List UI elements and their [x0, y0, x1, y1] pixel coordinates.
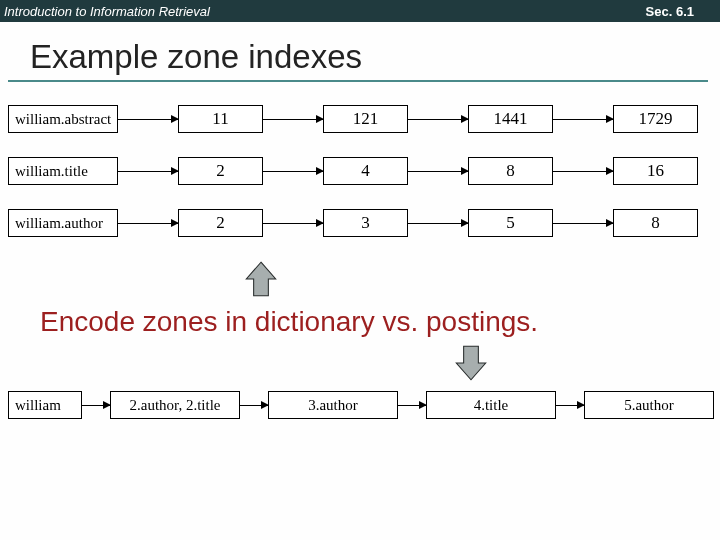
posting-box: 16: [613, 157, 698, 185]
term-box: william.abstract: [8, 105, 118, 133]
arrow-right: [553, 171, 613, 172]
arrow-down-wrap: [0, 340, 720, 384]
arrow-up-icon: [240, 258, 282, 300]
posting-box: 1441: [468, 105, 553, 133]
course-title: Introduction to Information Retrieval: [4, 4, 210, 19]
posting-box: 2.author, 2.title: [110, 391, 240, 419]
posting-row: william.abstract 11 121 1441 1729: [8, 102, 720, 136]
arrow-down-icon: [450, 342, 492, 384]
term-box: william.title: [8, 157, 118, 185]
title-rule: [8, 80, 708, 82]
term-box: william.author: [8, 209, 118, 237]
posting-row: william 2.author, 2.title 3.author 4.tit…: [8, 388, 720, 422]
arrow-right: [263, 223, 323, 224]
arrow-right: [398, 405, 426, 406]
posting-box: 2: [178, 209, 263, 237]
arrow-right: [118, 171, 178, 172]
posting-box: 5: [468, 209, 553, 237]
header-bar: Introduction to Information Retrieval Se…: [0, 0, 720, 22]
posting-row: william.author 2 3 5 8: [8, 206, 720, 240]
posting-box: 2: [178, 157, 263, 185]
section-badge: Sec. 6.1: [636, 0, 720, 22]
posting-box: 8: [613, 209, 698, 237]
arrow-right: [553, 119, 613, 120]
arrow-right: [408, 119, 468, 120]
term-box: william: [8, 391, 82, 419]
arrow-right: [556, 405, 584, 406]
arrow-right: [408, 171, 468, 172]
arrow-right: [263, 119, 323, 120]
arrow-right: [118, 223, 178, 224]
posting-box: 3: [323, 209, 408, 237]
posting-box: 3.author: [268, 391, 398, 419]
arrow-up-wrap: [0, 258, 720, 300]
arrow-right: [82, 405, 110, 406]
posting-box: 1729: [613, 105, 698, 133]
posting-box: 4: [323, 157, 408, 185]
posting-box: 11: [178, 105, 263, 133]
arrow-right: [118, 119, 178, 120]
arrow-right: [408, 223, 468, 224]
posting-box: 5.author: [584, 391, 714, 419]
posting-box: 4.title: [426, 391, 556, 419]
title-wrap: Example zone indexes: [30, 38, 700, 76]
arrow-right: [263, 171, 323, 172]
bottom-diagram: william 2.author, 2.title 3.author 4.tit…: [8, 388, 720, 422]
page-title: Example zone indexes: [30, 38, 700, 76]
top-diagram: william.abstract 11 121 1441 1729 willia…: [8, 102, 720, 240]
caption-text: Encode zones in dictionary vs. postings.: [40, 306, 720, 338]
arrow-right: [240, 405, 268, 406]
posting-row: william.title 2 4 8 16: [8, 154, 720, 188]
posting-box: 121: [323, 105, 408, 133]
posting-box: 8: [468, 157, 553, 185]
arrow-right: [553, 223, 613, 224]
